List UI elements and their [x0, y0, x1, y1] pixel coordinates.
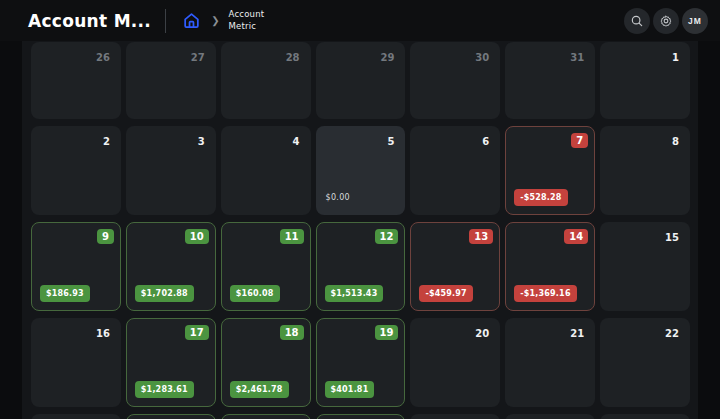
calendar-panel: 26272829303112345$0.0067-$528.2889$186.9… — [22, 41, 698, 419]
calendar-day[interactable] — [221, 414, 311, 419]
day-pnl-amount: $1,283.61 — [135, 381, 194, 398]
avatar[interactable]: JM — [682, 8, 708, 34]
home-icon — [182, 11, 201, 30]
day-number: 20 — [475, 328, 489, 339]
calendar-day-6[interactable]: 6 — [410, 126, 500, 215]
day-number: 14 — [564, 229, 588, 244]
header-actions: JM — [624, 8, 708, 34]
day-number: 1 — [672, 52, 679, 63]
day-number: 8 — [672, 136, 679, 147]
day-number: 12 — [375, 229, 399, 244]
search-button[interactable] — [624, 8, 650, 34]
calendar-day-17[interactable]: 17$1,283.61 — [126, 318, 216, 407]
day-pnl-amount: -$459.97 — [419, 285, 472, 302]
day-number: 9 — [97, 229, 114, 244]
day-number: 28 — [286, 52, 300, 63]
calendar-day-5[interactable]: 5$0.00 — [316, 126, 406, 215]
calendar-day[interactable] — [316, 414, 406, 419]
day-number: 6 — [482, 136, 489, 147]
day-number: 18 — [280, 325, 304, 340]
day-pnl-amount: $401.81 — [325, 381, 375, 398]
calendar-day-22[interactable]: 22 — [600, 318, 690, 407]
day-pnl-amount: $0.00 — [326, 193, 350, 202]
day-number: 16 — [96, 328, 110, 339]
day-number: 10 — [185, 229, 209, 244]
day-pnl-amount: $186.93 — [40, 285, 90, 302]
breadcrumb-line1: Account — [229, 9, 265, 20]
day-number: 5 — [387, 136, 394, 147]
calendar-day[interactable] — [126, 414, 216, 419]
calendar-day-10[interactable]: 10$1,702.88 — [126, 222, 216, 311]
day-number: 22 — [665, 328, 679, 339]
calendar-day[interactable] — [410, 414, 500, 419]
header-divider — [165, 9, 166, 33]
day-number: 27 — [191, 52, 205, 63]
day-number: 7 — [571, 133, 588, 148]
calendar-day[interactable] — [600, 414, 690, 419]
day-number: 2 — [103, 136, 110, 147]
settings-button[interactable] — [653, 8, 679, 34]
calendar-day-28[interactable]: 28 — [221, 42, 311, 119]
calendar-day-30[interactable]: 30 — [410, 42, 500, 119]
calendar-day-12[interactable]: 12$1,513.43 — [316, 222, 406, 311]
calendar-day-19[interactable]: 19$401.81 — [316, 318, 406, 407]
day-pnl-amount: $160.08 — [230, 285, 280, 302]
calendar-day-31[interactable]: 31 — [505, 42, 595, 119]
day-number: 30 — [475, 52, 489, 63]
calendar-day-2[interactable]: 2 — [31, 126, 121, 215]
calendar-day-26[interactable]: 26 — [31, 42, 121, 119]
breadcrumb-home-button[interactable] — [179, 9, 203, 33]
gear-icon — [659, 14, 673, 28]
calendar-day-16[interactable]: 16 — [31, 318, 121, 407]
calendar-grid: 26272829303112345$0.0067-$528.2889$186.9… — [31, 42, 690, 419]
breadcrumb-line2: Metric — [229, 21, 265, 32]
calendar-day-11[interactable]: 11$160.08 — [221, 222, 311, 311]
day-number: 4 — [293, 136, 300, 147]
day-number: 31 — [570, 52, 584, 63]
calendar-day-15[interactable]: 15 — [600, 222, 690, 311]
day-number: 26 — [96, 52, 110, 63]
day-pnl-amount: $2,461.78 — [230, 381, 289, 398]
calendar-day-14[interactable]: 14-$1,369.16 — [505, 222, 595, 311]
chevron-right-icon: ❯ — [211, 16, 219, 26]
day-pnl-amount: -$1,369.16 — [514, 285, 576, 302]
calendar-day-4[interactable]: 4 — [221, 126, 311, 215]
calendar-day[interactable] — [31, 414, 121, 419]
calendar-day-7[interactable]: 7-$528.28 — [505, 126, 595, 215]
calendar-day[interactable] — [505, 414, 595, 419]
day-number: 11 — [280, 229, 304, 244]
day-number: 19 — [375, 325, 399, 340]
calendar-day-20[interactable]: 20 — [410, 318, 500, 407]
calendar-day-8[interactable]: 8 — [600, 126, 690, 215]
day-pnl-amount: $1,513.43 — [325, 285, 384, 302]
calendar-day-29[interactable]: 29 — [316, 42, 406, 119]
calendar-day-18[interactable]: 18$2,461.78 — [221, 318, 311, 407]
calendar-day-1[interactable]: 1 — [600, 42, 690, 119]
day-number: 3 — [198, 136, 205, 147]
day-number: 29 — [381, 52, 395, 63]
day-number: 13 — [469, 229, 493, 244]
page-title: Account M... — [28, 11, 151, 31]
day-pnl-amount: -$528.28 — [514, 189, 567, 206]
calendar-day-9[interactable]: 9$186.93 — [31, 222, 121, 311]
calendar-day-21[interactable]: 21 — [505, 318, 595, 407]
top-bar: Account M... ❯ Account Metric — [0, 0, 720, 41]
calendar-day-27[interactable]: 27 — [126, 42, 216, 119]
day-pnl-amount: $1,702.88 — [135, 285, 194, 302]
day-number: 21 — [570, 328, 584, 339]
search-icon — [630, 14, 644, 28]
calendar-day-13[interactable]: 13-$459.97 — [410, 222, 500, 311]
calendar-day-3[interactable]: 3 — [126, 126, 216, 215]
breadcrumb[interactable]: Account Metric — [229, 9, 265, 31]
day-number: 17 — [185, 325, 209, 340]
day-number: 15 — [665, 232, 679, 243]
